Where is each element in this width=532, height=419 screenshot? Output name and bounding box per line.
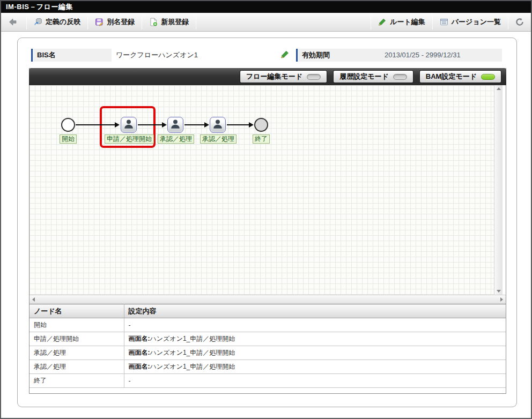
title-bar: IM-BIS－フロー編集 — [1, 1, 531, 13]
toolbar-separator — [196, 15, 196, 29]
flow-node-task-2[interactable] — [167, 117, 183, 133]
history-setting-mode-button[interactable]: 履歴設定モード — [333, 70, 413, 83]
table-row[interactable]: 申請／処理開始 画面名:ハンズオン1_申請／処理開始 — [29, 332, 506, 346]
toggle-off-icon — [393, 74, 407, 80]
flow-editor-container: フロー編集モード 履歴設定モード BAM設定モード — [29, 68, 506, 394]
scroll-down-icon[interactable] — [497, 290, 501, 293]
setting-value: ハンズオン1_申請／処理開始 — [150, 335, 235, 342]
valid-period-value: 2013/01/25 - 2999/12/31 — [379, 49, 502, 62]
setting-value: - — [129, 377, 131, 385]
scroll-right-icon[interactable] — [500, 297, 503, 302]
green-pencil-icon — [378, 18, 387, 26]
canvas-right-pad — [503, 85, 506, 295]
toolbar: 定義の反映 別名登録 新規登録 ルート編集 — [1, 13, 531, 32]
node-name-cell: 承認／処理 — [29, 346, 124, 360]
horizontal-scrollbar[interactable] — [29, 295, 506, 304]
bam-setting-mode-label: BAM設定モード — [426, 72, 477, 81]
refresh-button[interactable] — [508, 13, 531, 32]
page-title: IM-BIS－フロー編集 — [6, 3, 73, 11]
table-row[interactable]: 終了 - — [29, 374, 506, 388]
node-label-start[interactable]: 開始 — [60, 134, 77, 144]
flow-arrow — [227, 124, 249, 125]
version-list-button[interactable]: バージョン一覧 — [433, 13, 508, 32]
flow-node-task-3[interactable] — [210, 117, 226, 133]
mode-bar: フロー編集モード 履歴設定モード BAM設定モード — [29, 68, 506, 85]
table-row[interactable]: 開始 - — [29, 318, 506, 332]
toggle-on-icon — [481, 74, 495, 80]
new-register-button[interactable]: 新規登録 — [142, 13, 196, 32]
vertical-scrollbar[interactable] — [494, 85, 503, 295]
node-name-cell: 承認／処理 — [29, 360, 124, 374]
flow-canvas[interactable]: 開始 申請／処理開始 承認／処理 承認／処理 終了 — [29, 85, 494, 295]
table-header-row: ノード名 設定内容 — [29, 304, 506, 318]
table-row[interactable]: 承認／処理 画面名:ハンズオン1_申請／処理開始 — [29, 346, 506, 360]
person-icon — [123, 118, 135, 132]
header-fields-row: BIS名 ワークフローハンズオン1 有効期間 2013/01/25 - 2999… — [31, 49, 504, 62]
new-document-icon — [149, 18, 158, 26]
node-name-cell: 申請／処理開始 — [29, 332, 124, 346]
valid-period-label: 有効期間 — [296, 49, 379, 62]
database-sync-icon — [34, 18, 42, 26]
column-header-setting: 設定内容 — [124, 304, 506, 318]
setting-label: 画面名: — [129, 335, 150, 342]
flow-arrow — [184, 124, 204, 125]
back-button[interactable] — [1, 13, 26, 32]
node-label-task-2[interactable]: 承認／処理 — [158, 134, 194, 144]
flow-edit-mode-label: フロー編集モード — [246, 72, 302, 81]
bis-name-field: ワークフローハンズオン1 — [112, 49, 294, 62]
flow-canvas-top: 開始 申請／処理開始 承認／処理 承認／処理 終了 — [29, 85, 506, 295]
version-list-icon — [440, 18, 448, 26]
setting-cell: - — [124, 318, 506, 332]
flow-edit-mode-button[interactable]: フロー編集モード — [240, 70, 327, 83]
flow-arrow — [138, 124, 162, 125]
back-arrow-icon — [8, 18, 19, 26]
flow-node-task-1[interactable] — [121, 117, 137, 133]
route-edit-button[interactable]: ルート編集 — [371, 13, 432, 32]
node-label-task-3[interactable]: 承認／処理 — [200, 134, 237, 144]
apply-definition-label: 定義の反映 — [46, 17, 80, 27]
setting-cell: 画面名:ハンズオン1_申請／処理開始 — [124, 332, 506, 346]
flow-node-end[interactable] — [254, 118, 268, 132]
flow-arrow — [76, 124, 115, 125]
route-edit-label: ルート編集 — [390, 17, 425, 27]
history-setting-mode-label: 履歴設定モード — [339, 72, 389, 81]
node-settings-table: ノード名 設定内容 開始 - 申請／処理開始 画面名:ハンズオン1_申請／処理開… — [29, 304, 506, 388]
save-alias-icon — [95, 18, 104, 26]
person-icon — [212, 118, 224, 132]
register-alias-button[interactable]: 別名登録 — [88, 13, 142, 32]
new-register-label: 新規登録 — [161, 17, 189, 27]
toggle-off-icon — [307, 74, 321, 80]
node-name-cell: 終了 — [29, 374, 124, 388]
flow-node-start[interactable] — [61, 118, 75, 132]
table-row[interactable]: 承認／処理 画面名:ハンズオン1_申請／処理開始 — [29, 360, 506, 374]
register-alias-label: 別名登録 — [107, 17, 135, 27]
setting-value: ハンズオン1_申請／処理開始 — [150, 363, 235, 370]
setting-cell: 画面名:ハンズオン1_申請／処理開始 — [124, 346, 506, 360]
bis-name-value: ワークフローハンズオン1 — [112, 50, 280, 60]
setting-value: ハンズオン1_申請／処理開始 — [150, 349, 235, 356]
version-list-label: バージョン一覧 — [452, 17, 501, 27]
scroll-left-icon[interactable] — [32, 297, 35, 302]
edit-bis-name-icon[interactable] — [280, 50, 290, 61]
setting-label: 画面名: — [129, 349, 150, 356]
scroll-up-icon[interactable] — [497, 87, 501, 90]
table-bottom-pad — [29, 388, 506, 393]
person-icon — [169, 118, 181, 132]
setting-label: 画面名: — [129, 363, 150, 370]
node-label-task-1[interactable]: 申請／処理開始 — [105, 134, 154, 144]
node-name-cell: 開始 — [29, 318, 124, 332]
app-window: IM-BIS－フロー編集 定義の反映 別名登録 新規登録 — [0, 0, 532, 419]
column-header-node-name: ノード名 — [29, 304, 124, 318]
refresh-icon — [515, 18, 524, 26]
setting-cell: - — [124, 374, 506, 388]
setting-value: - — [129, 321, 131, 329]
node-label-end[interactable]: 終了 — [253, 134, 270, 144]
setting-cell: 画面名:ハンズオン1_申請／処理開始 — [124, 360, 506, 374]
apply-definition-button[interactable]: 定義の反映 — [27, 13, 87, 32]
bis-name-label: BIS名 — [31, 49, 112, 62]
bam-setting-mode-button[interactable]: BAM設定モード — [419, 70, 501, 83]
flow-canvas-wrap: 開始 申請／処理開始 承認／処理 承認／処理 終了 — [29, 85, 506, 304]
main-panel: BIS名 ワークフローハンズオン1 有効期間 2013/01/25 - 2999… — [17, 38, 517, 407]
